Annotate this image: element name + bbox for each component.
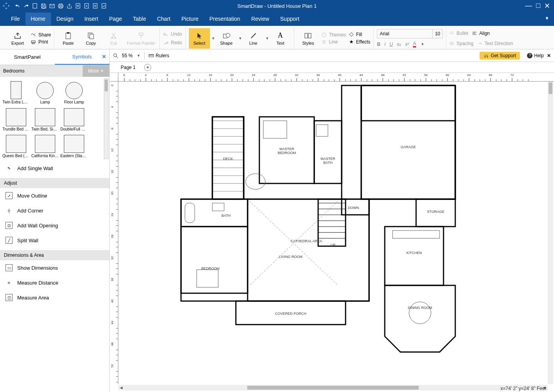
symbol-scrollbar[interactable] — [104, 78, 109, 159]
menu-chart[interactable]: Chart — [152, 13, 176, 25]
qat-mail-icon[interactable] — [49, 2, 56, 9]
select-caret[interactable]: ▼ — [212, 36, 215, 40]
italic-button[interactable]: I — [384, 42, 386, 47]
label-deck: DECK — [223, 157, 233, 161]
font-color-button[interactable]: A — [413, 41, 416, 47]
add-corner-button[interactable]: ┼Add Corner — [0, 203, 109, 218]
tab-symbols[interactable]: Symbols ✕ — [55, 49, 110, 65]
tab-smartpanel[interactable]: SmartPanel — [0, 49, 55, 65]
qat-save-icon[interactable] — [40, 2, 47, 9]
page-tab-1[interactable]: Page 1 — [118, 63, 139, 72]
styles-icon — [304, 31, 312, 40]
paste-button[interactable]: Paste — [58, 28, 79, 49]
maximize-button[interactable]: □ — [536, 2, 540, 10]
measure-distance-button[interactable]: ≡Measure Distance — [0, 275, 109, 290]
symbol-trundle[interactable]: Trundle Bed (D… — [2, 105, 31, 132]
get-support-button[interactable]: Get Support — [480, 52, 520, 60]
menu-picture[interactable]: Picture — [176, 13, 204, 25]
zoom-control[interactable]: 55 % ▼ — [113, 52, 140, 59]
svg-point-25 — [450, 33, 451, 34]
shape-tool-button[interactable]: Shape — [216, 28, 237, 49]
menu-table[interactable]: Table — [127, 13, 151, 25]
symbol-cal-king[interactable]: California King… — [31, 132, 60, 159]
qat-redo-icon[interactable] — [23, 2, 30, 9]
symbol-eastern[interactable]: Eastern (Stand… — [60, 132, 89, 159]
align-button[interactable]: Align — [472, 31, 490, 36]
select-tool-button[interactable]: Select — [189, 28, 210, 49]
symbol-twin-extra[interactable]: Twin Extra Lon… — [2, 78, 31, 105]
add-single-wall-button[interactable]: ✎ Add Single Wall — [0, 161, 109, 176]
themes-button[interactable]: Themes — [322, 32, 346, 38]
scroll-left-icon[interactable]: ◀ — [118, 385, 124, 390]
qat-undo-icon[interactable] — [14, 2, 21, 9]
text-tool-button[interactable]: A Text — [270, 28, 291, 49]
symbol-twin-bed[interactable]: Twin Bed, Singl… — [31, 105, 60, 132]
horizontal-scrollbar[interactable]: ◀ ▶ — [118, 385, 548, 390]
menu-presentation[interactable]: Presentation — [204, 13, 246, 25]
close-tab-icon[interactable]: ✕ — [102, 54, 106, 60]
minimize-button[interactable]: — — [525, 2, 532, 10]
move-outline-button[interactable]: ⤢Move Outline — [0, 188, 109, 203]
format-painter-button[interactable]: Format Painter — [126, 28, 156, 49]
fill-button[interactable]: Fill — [349, 32, 370, 37]
menu-home[interactable]: Home — [25, 13, 51, 25]
svg-rect-35 — [181, 227, 248, 293]
qat-doc2-icon[interactable] — [83, 2, 90, 9]
redo-button[interactable]: Redo — [163, 40, 182, 45]
qat-print-icon[interactable] — [57, 2, 64, 9]
qat-new-icon[interactable] — [31, 2, 38, 9]
qat-doc4-icon[interactable] — [100, 2, 107, 9]
line-tool-button[interactable]: Line — [243, 28, 264, 49]
cursor-icon — [196, 31, 203, 40]
rulers-toggle[interactable]: Rulers — [148, 53, 169, 58]
menu-file[interactable]: File — [5, 13, 25, 25]
help-button[interactable]: ? Help ✕ — [527, 53, 551, 58]
symbol-queen[interactable]: Queen Bed (60… — [2, 132, 31, 159]
vertical-scrollbar[interactable] — [548, 82, 553, 384]
copy-button[interactable]: Copy — [80, 28, 101, 49]
library-more-button[interactable]: More▼ — [83, 65, 109, 77]
symbol-floor-lamp[interactable]: Floor Lamp — [60, 78, 89, 105]
font-name-input[interactable]: Arial — [377, 31, 432, 36]
bold-button[interactable]: B — [377, 42, 380, 47]
font-size-input[interactable]: 10 — [432, 29, 442, 38]
cut-button[interactable]: Cut — [103, 28, 124, 49]
add-wall-opening-button[interactable]: ⊡Add Wall Opening — [0, 218, 109, 233]
menu-design[interactable]: Design — [51, 13, 79, 25]
qat-doc3-icon[interactable] — [92, 2, 99, 9]
pin-ribbon-icon[interactable] — [545, 16, 549, 22]
font-selector[interactable]: Arial 10 — [377, 29, 443, 38]
export-button[interactable]: Export — [7, 28, 28, 49]
svg-rect-18 — [139, 33, 143, 35]
qat-export-icon[interactable] — [66, 2, 73, 9]
share-button[interactable]: Share — [31, 32, 51, 38]
shape-caret[interactable]: ▼ — [239, 36, 242, 40]
drawing-canvas[interactable]: MASTERBEDROOM MASTERBATH GARAGE STORAGE … — [118, 82, 548, 384]
menu-insert[interactable]: Insert — [79, 13, 104, 25]
undo-button[interactable]: Undo — [163, 31, 182, 37]
menu-support[interactable]: Support — [275, 13, 305, 25]
close-help-icon[interactable]: ✕ — [547, 53, 551, 58]
subscript-button[interactable]: x₂ — [397, 42, 401, 47]
show-dimensions-button[interactable]: ▭Show Dimensions — [0, 260, 109, 275]
line-style-button[interactable]: Line — [322, 39, 346, 45]
menu-page[interactable]: Page — [104, 13, 128, 25]
close-button[interactable]: ✕ — [544, 2, 550, 10]
qat-doc1-icon[interactable] — [74, 2, 81, 9]
line-caret[interactable]: ▼ — [266, 36, 269, 40]
underline-button[interactable]: U — [389, 42, 393, 47]
add-page-button[interactable]: + — [144, 64, 151, 71]
styles-button[interactable]: Styles — [297, 28, 319, 49]
menu-review[interactable]: Review — [246, 13, 275, 25]
effects-button[interactable]: ★Effects — [349, 39, 370, 45]
print-button[interactable]: Print — [31, 39, 51, 45]
text-direction-button[interactable]: Text Direction — [478, 41, 513, 46]
symbol-double[interactable]: Double/Full Be… — [60, 105, 89, 132]
floor-plan: MASTERBEDROOM MASTERBATH GARAGE STORAGE … — [118, 82, 548, 384]
spacing-button[interactable]: Spacing — [449, 41, 473, 46]
superscript-button[interactable]: x² — [405, 42, 409, 47]
bullet-button[interactable]: Bullet — [449, 31, 468, 36]
measure-area-button[interactable]: ◫Measure Area — [0, 290, 109, 305]
split-wall-button[interactable]: ╱Split Wall — [0, 233, 109, 248]
symbol-lamp[interactable]: Lamp — [31, 78, 60, 105]
